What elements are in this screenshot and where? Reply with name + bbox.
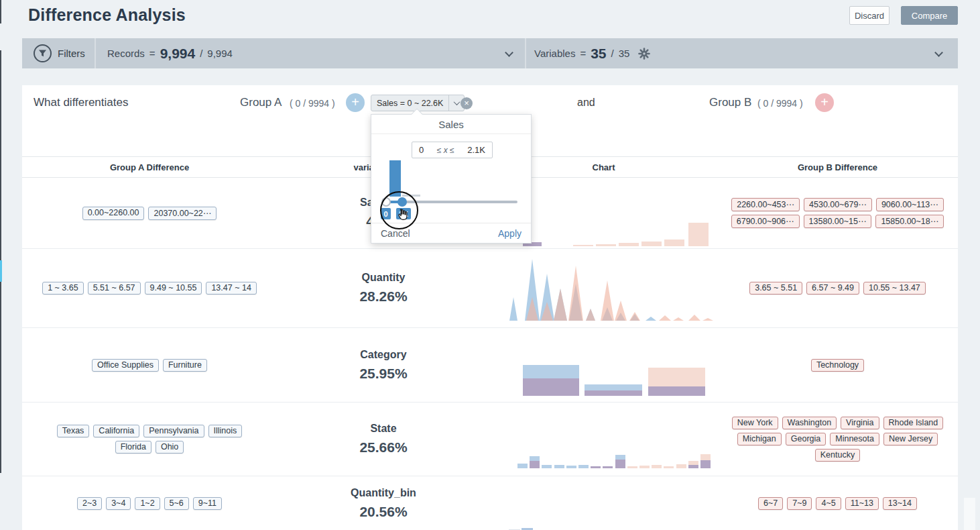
compare-button[interactable]: Compare xyxy=(901,6,958,25)
value-chip[interactable]: 2~3 xyxy=(77,497,102,510)
group-a-chips: 0.00~2260.0020370.00~22⋯ xyxy=(82,207,217,220)
filters-toggle[interactable]: Filters xyxy=(22,38,96,68)
value-chip[interactable]: 6~7 xyxy=(758,497,783,510)
category-stacked-bar-chart xyxy=(499,329,722,396)
chart-bar-segment xyxy=(648,368,705,386)
value-chip[interactable]: 15850.00~18⋯ xyxy=(875,215,944,228)
value-chip[interactable]: 9~11 xyxy=(193,497,222,510)
variable-name: Quantity_bin xyxy=(351,487,416,499)
value-chip[interactable]: Rhode Island xyxy=(883,417,944,429)
quantity-bin-bar-chart xyxy=(499,467,722,530)
value-chip[interactable]: 0.00~2260.00 xyxy=(82,207,145,220)
chart-bar-segment xyxy=(619,243,639,246)
chevron-down-icon[interactable] xyxy=(934,48,943,57)
chart-bar-segment xyxy=(523,378,579,396)
value-chip[interactable]: California xyxy=(93,425,139,437)
remove-filter-button[interactable]: × xyxy=(461,97,473,109)
range-min-value[interactable]: 0 xyxy=(419,145,424,155)
variables-eq: = xyxy=(580,48,586,59)
chevron-down-icon[interactable] xyxy=(505,48,513,57)
value-chip[interactable]: Michigan xyxy=(737,433,782,445)
gear-icon[interactable] xyxy=(638,48,650,60)
filter-bar: Filters Records = 9,994 / 9,994 Variable… xyxy=(22,38,958,68)
range-max-value[interactable]: 2.1K xyxy=(467,145,485,155)
scrollbar-track[interactable] xyxy=(964,498,975,530)
chart-bar-segment xyxy=(700,454,711,460)
group-b-label: Group B xyxy=(709,96,751,109)
records-slash: / xyxy=(200,48,202,59)
chart-bar-segment xyxy=(573,245,593,246)
value-chip[interactable]: Furniture xyxy=(163,359,207,372)
variable-name: Quantity xyxy=(362,272,406,284)
value-chip[interactable]: Minnesota xyxy=(830,433,879,445)
records-eq: = xyxy=(149,48,156,59)
value-chip[interactable]: Texas xyxy=(57,425,90,437)
variables-current: 35 xyxy=(591,46,606,62)
group-a-chips: 2~33~41~25~69~11 xyxy=(77,497,222,510)
and-label: and xyxy=(577,97,595,109)
value-chip[interactable]: 6790.00~906⋯ xyxy=(731,215,800,228)
value-chip[interactable]: 6.57 ~ 9.49 xyxy=(806,282,859,295)
what-differentiates-label: What differentiates xyxy=(34,96,128,109)
discard-button[interactable]: Discard xyxy=(849,6,890,25)
value-chip[interactable]: 10.55 ~ 13.47 xyxy=(863,282,926,295)
funnel-icon xyxy=(34,44,52,62)
records-label: Records xyxy=(107,48,145,59)
value-chip[interactable]: Georgia xyxy=(786,433,826,445)
chart-bar-segment xyxy=(688,223,709,246)
add-group-b-condition-button[interactable]: + xyxy=(815,93,834,112)
sidebar-accent-marker xyxy=(0,260,2,282)
value-chip[interactable]: 3.65 ~ 5.51 xyxy=(749,282,802,295)
value-chip[interactable]: 1 ~ 3.65 xyxy=(42,282,84,295)
variable-cell: State 25.66% xyxy=(359,423,407,456)
apply-button[interactable]: Apply xyxy=(498,228,522,239)
value-chip[interactable]: New Jersey xyxy=(883,433,938,445)
variable-name: Category xyxy=(360,349,406,361)
value-chip[interactable]: 4~5 xyxy=(816,497,841,510)
records-filter-section[interactable]: Filters Records = 9,994 / 9,994 xyxy=(22,38,526,68)
value-chip[interactable]: Pennsylvania xyxy=(143,425,204,437)
value-chip[interactable]: 5.51 ~ 6.57 xyxy=(88,282,141,295)
range-input[interactable]: 0 ≤ x ≤ 2.1K xyxy=(412,142,493,158)
quantity-distribution-chart xyxy=(499,257,722,321)
value-chip[interactable]: Kentucky xyxy=(815,449,860,462)
value-chip[interactable]: 1~2 xyxy=(135,497,160,510)
cancel-button[interactable]: Cancel xyxy=(381,228,410,239)
value-chip[interactable]: 9060.00~113⋯ xyxy=(876,198,944,211)
group-a-chips: TexasCaliforniaPennsylvaniaIllinoisFlori… xyxy=(49,425,250,454)
value-chip[interactable]: 3~4 xyxy=(106,497,131,510)
plus-icon: + xyxy=(820,95,829,109)
records-current: 9,994 xyxy=(160,46,196,62)
value-chip[interactable]: 13.47 ~ 14 xyxy=(206,282,256,295)
value-chip[interactable]: Ohio xyxy=(156,441,184,454)
value-chip[interactable]: Technology xyxy=(811,359,864,372)
chart-bar-segment xyxy=(530,456,540,461)
group-b-chips: Technology xyxy=(811,359,864,372)
value-chip[interactable]: 5~6 xyxy=(164,497,189,510)
value-chip[interactable]: 13580.00~15⋯ xyxy=(804,215,872,228)
close-icon: × xyxy=(464,98,469,108)
group-a-label: Group A xyxy=(240,96,282,109)
variables-filter-section[interactable]: Variables = 35 / 35 xyxy=(526,38,958,68)
value-chip[interactable]: Washington xyxy=(782,417,837,429)
value-chip[interactable]: New York xyxy=(732,417,778,429)
value-chip[interactable]: 13~14 xyxy=(883,497,917,510)
value-chip[interactable]: Florida xyxy=(115,441,151,454)
value-chip[interactable]: 7~9 xyxy=(787,497,812,510)
group-a-count: ( 0 / 9994 ) xyxy=(290,98,335,109)
add-group-a-condition-button[interactable]: + xyxy=(346,93,365,112)
difference-percent: 20.56% xyxy=(359,504,407,520)
difference-percent: 25.66% xyxy=(359,439,407,456)
value-chip[interactable]: 4530.00~679⋯ xyxy=(804,198,872,211)
value-chip[interactable]: 2260.00~453⋯ xyxy=(731,198,800,211)
value-chip[interactable]: Virginia xyxy=(841,417,879,429)
value-chip[interactable]: 20370.00~22⋯ xyxy=(148,207,217,220)
group-b-chips: 6~77~94~511~1313~14 xyxy=(758,497,917,510)
chart-bar-segment xyxy=(585,390,642,396)
variables-label: Variables xyxy=(534,48,575,59)
difference-analysis-page: Difference Analysis Discard Compare Filt… xyxy=(0,0,980,530)
value-chip[interactable]: Illinois xyxy=(208,425,243,437)
value-chip[interactable]: 11~13 xyxy=(845,497,879,510)
value-chip[interactable]: 9.49 ~ 10.55 xyxy=(145,282,202,295)
value-chip[interactable]: Office Supplies xyxy=(92,359,159,372)
